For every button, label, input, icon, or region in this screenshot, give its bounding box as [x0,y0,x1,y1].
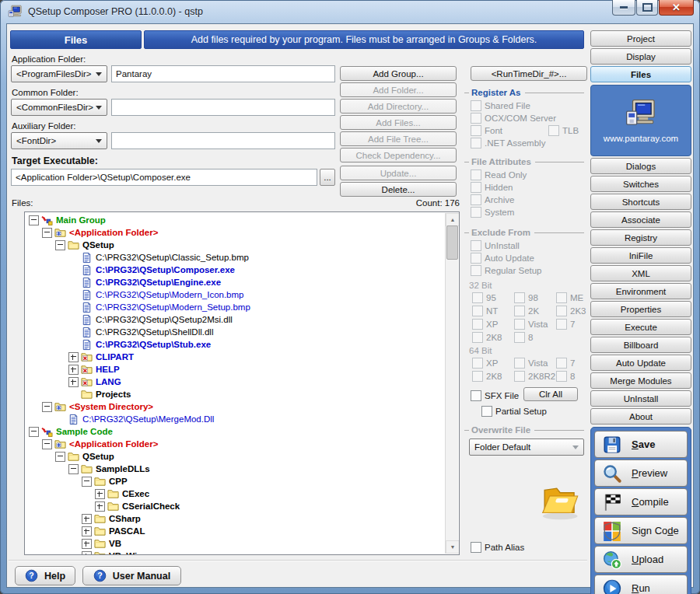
sidebar-item-environment[interactable]: Environment [590,283,691,299]
tree-row-file[interactable]: C:\PRG32\QSetup\Modern_Setup.bmp [25,301,459,313]
tree-row-clipart[interactable]: CLIPART [25,351,459,363]
scroll-down-icon[interactable]: ▼ [446,540,460,554]
minimize-button[interactable] [612,0,635,16]
tree-row-cserialcheck[interactable]: CSerialCheck [25,500,459,512]
tree-row-application-folder[interactable]: <Application Folder> [25,438,459,450]
expand-icon[interactable] [82,551,92,556]
add-folder-button[interactable]: Add Folder... [340,82,457,97]
checkbox-exclude-regular-setup[interactable]: Regular Setup [471,265,542,276]
collapse-icon[interactable] [82,477,92,487]
sidebar-item-billboard[interactable]: Billboard [590,337,691,353]
tree-row-csharp[interactable]: CSharp [25,512,459,525]
auxiliary-folder-combo[interactable]: <FontDir> [11,132,107,149]
tree-scrollbar[interactable]: ▲ ▼ [445,213,458,554]
tree-row-file[interactable]: C:\PRG32\QSetup\Classic_Setup.bmp [25,251,459,264]
compile-button[interactable]: Compile [594,488,688,515]
tree-row-vb-win[interactable]: VB_Win [25,550,459,555]
tree-row-vb[interactable]: VB [25,537,459,550]
application-folder-combo[interactable]: <ProgramFilesDir> [11,65,107,82]
common-folder-combo[interactable]: <CommonFilesDir> [11,99,107,116]
checkbox-sfx-file[interactable]: SFX File [471,390,519,401]
checkbox-ocx-com-server[interactable]: OCX/COM Server [471,113,556,124]
add-group-button[interactable]: Add Group... [340,66,457,81]
expand-icon[interactable] [95,501,105,512]
tree-row-cpp[interactable]: CPP [25,475,459,487]
common-folder-input[interactable] [111,99,335,116]
help-button[interactable]: Help [15,566,75,585]
sidebar-item-dialogs[interactable]: Dialogs [590,158,691,174]
tree-row-file[interactable]: C:\PRG32\QSetup\ShellDll.dll [25,326,459,338]
collapse-icon[interactable] [55,452,65,462]
checkbox-system[interactable]: System [471,207,514,218]
sidebar-item-auto-update[interactable]: Auto Update [590,355,691,371]
tree-row-file[interactable]: C:\PRG32\QSetup\QSetup2Msi.dll [25,313,459,326]
checkbox-os-8[interactable]: 8 [514,332,533,343]
sidebar-item-xml[interactable]: XML [590,265,691,281]
sidebar-item-switches[interactable]: Switches [590,176,691,192]
pantaray-website-link[interactable]: www.pantaray.com [590,85,691,156]
sign-code-button[interactable]: Sign Code [594,517,688,544]
sidebar-item-display[interactable]: Display [590,48,691,65]
checkbox-read-only[interactable]: Read Only [471,169,527,180]
update-button[interactable]: Update... [340,166,457,180]
checkbox-shared-file[interactable]: Shared File [471,100,530,111]
checkbox-partial-setup[interactable]: Partial Setup [481,406,547,417]
save-button[interactable]: Save [594,431,688,458]
checkbox-path-alias[interactable]: Path Alias [471,542,524,553]
checkbox-os64-2k8[interactable]: 2K8 [472,371,514,382]
expand-icon[interactable] [68,365,79,375]
sidebar-item-shortcuts[interactable]: Shortcuts [590,194,691,210]
expand-icon[interactable] [68,377,79,387]
checkbox-os64-xp[interactable]: XP [472,358,514,369]
tree-row-qsetup[interactable]: QSetup [25,450,459,463]
collapse-icon[interactable] [29,427,39,437]
checkbox-font[interactable]: Font [471,125,502,136]
expand-icon[interactable] [68,352,79,362]
close-button[interactable]: ✕ [659,0,694,16]
collapse-icon[interactable] [29,215,39,225]
sidebar-item-execute[interactable]: Execute [590,319,691,335]
collapse-icon[interactable] [68,464,79,474]
checkbox-os64-2k8r2[interactable]: 2K8R2 [514,371,556,382]
checkbox-os64-7[interactable]: 7 [556,358,575,369]
checkbox-hidden[interactable]: Hidden [471,182,513,193]
tree-row-cexec[interactable]: CExec [25,487,459,500]
checkbox-os-nt[interactable]: NT [472,306,514,316]
sidebar-item-project[interactable]: Project [590,30,691,47]
tree-row-pascal[interactable]: PASCAL [25,525,459,537]
run-button[interactable]: Run [594,575,688,594]
overwrite-file-combo[interactable]: Folder Default [469,439,584,456]
checkbox-os-2k[interactable]: 2K [514,306,556,316]
tree-row-file[interactable]: C:\PRG32\QSetup\MergeMod.Dll [25,413,459,425]
browse-button[interactable]: ... [320,169,335,186]
tree-row-file[interactable]: C:\PRG32\QSetup\Modern_Icon.bmp [25,288,459,301]
tree-row-application-folder[interactable]: <Application Folder> [25,226,459,239]
target-executable-input[interactable]: <Application Folder>\QSetup\Composer.exe [11,169,317,186]
add-files-button[interactable]: Add Files... [340,115,457,130]
sidebar-item-files[interactable]: Files [590,66,691,82]
title-bar[interactable]: QSetup Composer PRO (11.0.0.0) - qstp ✕ [0,0,700,23]
sidebar-item-merge-modules[interactable]: Merge Modules [590,372,691,389]
sidebar-item-about[interactable]: About [590,408,691,425]
checkbox-exclude-auto-update[interactable]: Auto Update [471,253,534,264]
check-dependency-button[interactable]: Check Dependency... [340,148,457,162]
sidebar-item-uninstall[interactable]: UnInstall [590,390,691,407]
tree-row-system-directory[interactable]: <System Directory> [25,400,459,413]
checkbox-os-xp[interactable]: XP [472,319,514,330]
upload-button[interactable]: Upload [594,546,688,573]
scrollbar-thumb[interactable] [446,225,458,260]
tree-row-projects[interactable]: Projects [25,388,459,400]
sidebar-item-properties[interactable]: Properties [590,301,691,317]
checkbox-os-7[interactable]: 7 [556,319,575,330]
sidebar-item-associate[interactable]: Associate [590,211,691,228]
auxiliary-folder-input[interactable] [111,132,335,149]
scroll-up-icon[interactable]: ▲ [446,213,460,226]
tree-row-file[interactable]: C:\PRG32\QSetup\Composer.exe [25,264,459,276]
files-page-tab[interactable]: Files [10,30,142,49]
checkbox-exclude-uninstall[interactable]: UnInstall [471,240,520,251]
files-tree[interactable]: Main Group <Application Folder> QSetup C… [24,211,460,555]
checkbox-tlb[interactable]: TLB [548,125,579,136]
application-folder-input[interactable]: Pantaray [111,65,335,82]
tree-row-sampledlls[interactable]: SampleDLLs [25,463,459,475]
maximize-button[interactable] [636,0,658,16]
